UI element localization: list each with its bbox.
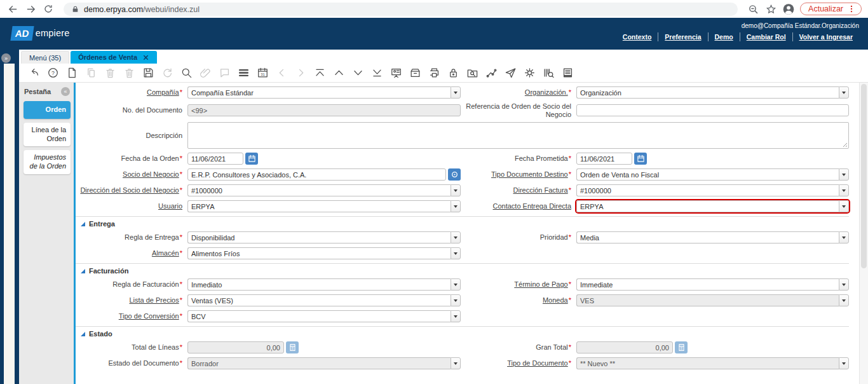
moneda-combobox[interactable]: VES [576, 294, 839, 306]
back-icon[interactable] [6, 3, 19, 15]
total-lineas-calculator-button[interactable] [286, 341, 299, 353]
prioridad-dropdown-button[interactable] [839, 231, 849, 243]
compania-combobox[interactable]: Compañía Estándar [187, 86, 451, 99]
field-socio-negocio-zoom-link[interactable]: Socio del Negocio [123, 170, 179, 178]
estado-documento-combobox[interactable]: Borrador [187, 357, 451, 369]
field-termino-pago-zoom-link[interactable]: Término de Pago [514, 280, 567, 288]
usuario-dropdown-button[interactable] [451, 200, 461, 212]
regla-facturacion-dropdown-button[interactable] [451, 278, 461, 291]
section-facturación-header[interactable]: Facturación [76, 264, 849, 278]
direccion-socio-negocio-dropdown-button[interactable] [451, 184, 461, 196]
tipo-documento-destino-dropdown-button[interactable] [839, 168, 849, 181]
tipo-documento-combobox[interactable]: ** Nuevo ** [576, 357, 839, 369]
organizacion-combobox[interactable]: Organización [576, 86, 839, 99]
lista-precios-dropdown-button[interactable] [451, 294, 461, 306]
fecha-orden-calendar-button[interactable] [245, 153, 258, 165]
toolbar-print-preview-button[interactable] [559, 65, 576, 81]
toolbar-grid-toggle-button[interactable] [235, 65, 252, 81]
toolbar-new-record-button[interactable] [64, 65, 81, 81]
header-link-demo[interactable]: Demo [709, 33, 740, 41]
toolbar-lock-button[interactable] [445, 65, 462, 81]
gran-total-calculator-button[interactable] [675, 341, 688, 353]
toolbar-undo-button[interactable] [25, 65, 43, 81]
field-tipo-documento-zoom-link[interactable]: Tipo de Documento [507, 359, 568, 367]
vertical-scrollbar[interactable] [859, 83, 868, 384]
header-link-volver-a-ingresar[interactable]: Volver a Ingresar [793, 33, 859, 41]
tab-ordenes-de-venta[interactable]: Órdenes de Venta [71, 51, 157, 64]
zoom-out-icon[interactable] [747, 3, 759, 15]
tab-menu[interactable]: Menú (35) [21, 51, 69, 64]
sidebar-tab-orden[interactable]: Orden [24, 101, 71, 119]
tipo-conversion-combobox[interactable]: BCV [187, 310, 451, 322]
header-link-contexto[interactable]: Contexto [616, 33, 658, 41]
toolbar-product-info-button[interactable] [540, 65, 557, 81]
sidebar-tab-impuestos-de-la-orden[interactable]: Impuestos de la Orden [24, 150, 71, 174]
regla-entrega-combobox[interactable]: Disponibilidad [187, 231, 451, 243]
toolbar-calendar-button[interactable]: 31 [254, 65, 271, 81]
field-compania-zoom-link[interactable]: Compañía [147, 88, 179, 96]
moneda-dropdown-button[interactable] [839, 294, 849, 306]
direccion-factura-dropdown-button[interactable] [839, 184, 849, 196]
toolbar-previous-record-button[interactable] [330, 65, 348, 81]
contacto-entrega-directa-dropdown-button[interactable] [839, 200, 849, 212]
field-direccion-factura-zoom-link[interactable]: Dirección Factura [513, 186, 568, 194]
toolbar-zoom-across-button[interactable] [464, 65, 481, 81]
prioridad-combobox[interactable]: Media [576, 231, 839, 243]
estado-documento-dropdown-button[interactable] [451, 357, 461, 369]
tab-close-icon[interactable] [142, 54, 149, 61]
tipo-conversion-dropdown-button[interactable] [451, 310, 461, 322]
collapse-sidebar-button[interactable]: « [61, 87, 70, 96]
field-direccion-socio-negocio-zoom-link[interactable]: Dirección del Socio del Negocio [80, 186, 179, 194]
toolbar-report-button[interactable] [388, 65, 405, 81]
toolbar-archive-button[interactable] [407, 65, 424, 81]
termino-pago-dropdown-button[interactable] [839, 278, 849, 291]
field-tipo-documento-destino-zoom-link[interactable]: Tipo Documento Destino [491, 170, 568, 178]
field-usuario-zoom-link[interactable]: Usuario [158, 202, 182, 210]
direccion-socio-negocio-combobox[interactable]: #1000000 [187, 184, 451, 196]
lista-precios-combobox[interactable]: Ventas (VES) [187, 294, 451, 306]
field-tipo-conversion-zoom-link[interactable]: Tipo de Conversión [119, 312, 179, 320]
tipo-documento-destino-combobox[interactable]: Orden de Venta no Fiscal [576, 168, 839, 181]
section-estado-header[interactable]: Estado [76, 327, 849, 341]
reload-icon[interactable] [42, 3, 55, 15]
header-link-cambiar-rol[interactable]: Cambiar Rol [740, 33, 792, 41]
url-bar[interactable]: demo.erpya.com/webui/index.zul [64, 3, 738, 16]
resize-grip-icon[interactable] [841, 141, 847, 147]
toolbar-workflow-button[interactable] [483, 65, 500, 81]
toolbar-next-record-button[interactable] [349, 65, 367, 81]
organizacion-dropdown-button[interactable] [839, 86, 849, 99]
almacen-combobox[interactable]: Alimentos Fríos [187, 247, 451, 259]
regla-entrega-dropdown-button[interactable] [451, 231, 461, 243]
toolbar-first-record-button[interactable] [311, 65, 329, 81]
contacto-entrega-directa-combobox[interactable]: ERPYA [576, 200, 839, 212]
tipo-documento-dropdown-button[interactable] [839, 357, 849, 369]
sidebar-tab-línea-de-la-orden[interactable]: Línea de la Orden [24, 123, 71, 147]
referencia-orden-socio-input[interactable] [576, 104, 849, 116]
scrollbar-thumb[interactable] [861, 84, 867, 268]
field-almacen-zoom-link[interactable]: Almacén [152, 249, 179, 257]
direccion-factura-combobox[interactable]: #1000000 [576, 184, 839, 196]
toolbar-print-button[interactable] [426, 65, 443, 81]
forward-icon[interactable] [24, 3, 37, 15]
expand-menu-button[interactable]: » [1, 53, 11, 63]
socio-negocio-input[interactable]: E.R.P. Consultores y Asociados, C.A. [187, 168, 446, 181]
toolbar-save-button[interactable] [140, 65, 157, 81]
compania-dropdown-button[interactable] [451, 86, 461, 99]
header-link-preferencia[interactable]: Preferencia [658, 33, 707, 41]
profile-avatar-icon[interactable] [782, 3, 795, 15]
regla-facturacion-combobox[interactable]: Inmediato [187, 278, 451, 291]
fecha-prometida-input[interactable]: 11/06/2021 [576, 153, 632, 165]
socio-negocio-search-button[interactable] [448, 168, 461, 181]
termino-pago-combobox[interactable]: Immediate [576, 278, 839, 291]
descripcion-textarea[interactable] [187, 122, 849, 149]
fecha-prometida-calendar-button[interactable] [634, 153, 647, 165]
collapsed-panel-strip[interactable] [4, 64, 15, 384]
field-organizacion-zoom-link[interactable]: Organización. [525, 88, 568, 96]
section-entrega-header[interactable]: Entrega [76, 217, 849, 231]
toolbar-find-button[interactable] [178, 65, 195, 81]
browser-update-button[interactable]: Actualizar [800, 3, 862, 15]
field-lista-precios-zoom-link[interactable]: Lista de Precios [129, 296, 179, 304]
toolbar-request-button[interactable] [502, 65, 519, 81]
fecha-orden-input[interactable]: 11/06/2021 [187, 153, 243, 165]
almacen-dropdown-button[interactable] [451, 247, 461, 259]
